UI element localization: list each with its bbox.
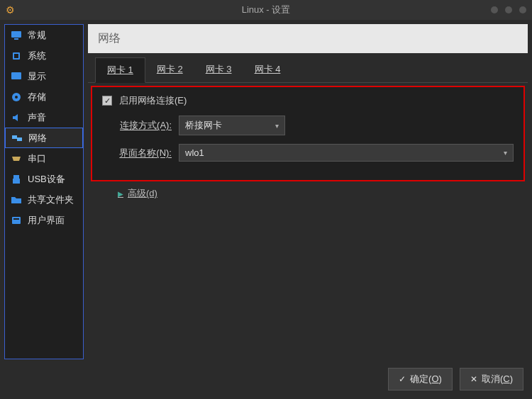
sidebar-item-usb[interactable]: USB设备	[5, 169, 83, 189]
advanced-label: 高级(d)	[128, 187, 157, 200]
svg-rect-12	[13, 218, 19, 220]
sidebar-item-network[interactable]: 网络	[5, 128, 83, 148]
usb-icon	[11, 174, 22, 185]
triangle-right-icon: ▶	[118, 190, 123, 198]
display-icon	[11, 71, 22, 82]
tabs: 网卡 1 网卡 2 网卡 3 网卡 4	[88, 53, 528, 83]
maximize-button[interactable]	[505, 6, 512, 13]
sidebar-item-ui[interactable]: 用户界面	[5, 210, 83, 230]
enable-network-checkbox[interactable]: ✓	[102, 96, 112, 106]
svg-rect-11	[12, 217, 21, 224]
sidebar-item-system[interactable]: 系统	[5, 45, 83, 66]
attached-to-label: 连接方式(A):	[115, 119, 172, 132]
sidebar-item-label: 共享文件夹	[28, 193, 74, 206]
titlebar: ⚙ Linux - 设置	[0, 0, 532, 20]
sidebar-item-label: 声音	[28, 111, 46, 124]
window-title: Linux - 设置	[242, 4, 291, 16]
interface-name-label: 界面名称(N):	[115, 147, 172, 159]
sidebar-item-label: USB设备	[28, 173, 65, 186]
sidebar-item-label: 存储	[28, 91, 46, 103]
ok-button[interactable]: ✓ 确定(O)	[388, 368, 453, 390]
check-icon: ✓	[399, 374, 406, 384]
sidebar-item-label: 常规	[28, 29, 46, 42]
sidebar-item-label: 显示	[28, 70, 46, 83]
tab-adapter-4[interactable]: 网卡 4	[243, 57, 292, 82]
ui-icon	[11, 215, 22, 226]
chevron-down-icon: ▾	[275, 122, 279, 130]
interface-name-select[interactable]: wlo1 ▾	[179, 144, 514, 162]
sidebar-item-shared[interactable]: 共享文件夹	[5, 189, 83, 210]
ok-label: 确定(O)	[410, 373, 442, 386]
attached-to-value: 桥接网卡	[185, 119, 222, 132]
sidebar-item-serial[interactable]: 串口	[5, 148, 83, 169]
gear-icon: ⚙	[6, 4, 15, 16]
svg-rect-7	[12, 135, 17, 139]
close-button[interactable]	[519, 6, 526, 13]
svg-rect-10	[13, 179, 20, 184]
disk-icon	[11, 91, 22, 103]
network-icon	[11, 133, 23, 144]
svg-rect-1	[14, 38, 18, 40]
tab-adapter-2[interactable]: 网卡 2	[145, 57, 194, 82]
sidebar-item-audio[interactable]: 声音	[5, 107, 83, 128]
cancel-label: 取消(C)	[482, 373, 513, 386]
sidebar-item-label: 系统	[28, 50, 46, 62]
advanced-toggle[interactable]: ▶ 高级(d)	[118, 187, 528, 200]
sidebar-item-general[interactable]: 常规	[5, 25, 83, 45]
svg-rect-8	[17, 137, 22, 141]
folder-icon	[11, 194, 22, 206]
chip-icon	[11, 50, 22, 62]
cancel-button[interactable]: ✕ 取消(C)	[460, 368, 523, 390]
sidebar-item-storage[interactable]: 存储	[5, 86, 83, 107]
svg-rect-9	[13, 175, 19, 179]
svg-point-6	[15, 96, 18, 99]
x-icon: ✕	[470, 374, 477, 384]
sidebar-item-label: 网络	[28, 132, 47, 145]
network-config-panel: ✓ 启用网络连接(E) 连接方式(A): 桥接网卡 ▾ 界面名称(N): wlo…	[91, 86, 525, 181]
enable-network-label: 启用网络连接(E)	[119, 94, 187, 107]
svg-rect-4	[11, 72, 21, 79]
speaker-icon	[11, 112, 22, 123]
sidebar: 常规 系统 显示 存储 声音 网络 串口 USB设备	[4, 24, 84, 359]
tab-adapter-1[interactable]: 网卡 1	[95, 57, 145, 83]
sidebar-item-label: 用户界面	[28, 214, 65, 227]
minimize-button[interactable]	[491, 6, 498, 13]
svg-rect-3	[14, 54, 18, 58]
sidebar-item-label: 串口	[28, 152, 46, 165]
tab-adapter-3[interactable]: 网卡 3	[194, 57, 243, 82]
window-buttons	[491, 6, 526, 13]
main-panel: 网络 网卡 1 网卡 2 网卡 3 网卡 4 ✓ 启用网络连接(E) 连接方式(…	[88, 24, 528, 359]
footer: ✓ 确定(O) ✕ 取消(C)	[0, 364, 532, 395]
monitor-icon	[11, 30, 22, 41]
svg-rect-0	[11, 31, 21, 38]
chevron-down-icon: ▾	[504, 149, 507, 157]
attached-to-select[interactable]: 桥接网卡 ▾	[179, 116, 285, 135]
interface-name-value: wlo1	[185, 147, 204, 158]
serial-icon	[11, 153, 22, 164]
page-title: 网络	[88, 24, 528, 53]
sidebar-item-display[interactable]: 显示	[5, 66, 83, 86]
